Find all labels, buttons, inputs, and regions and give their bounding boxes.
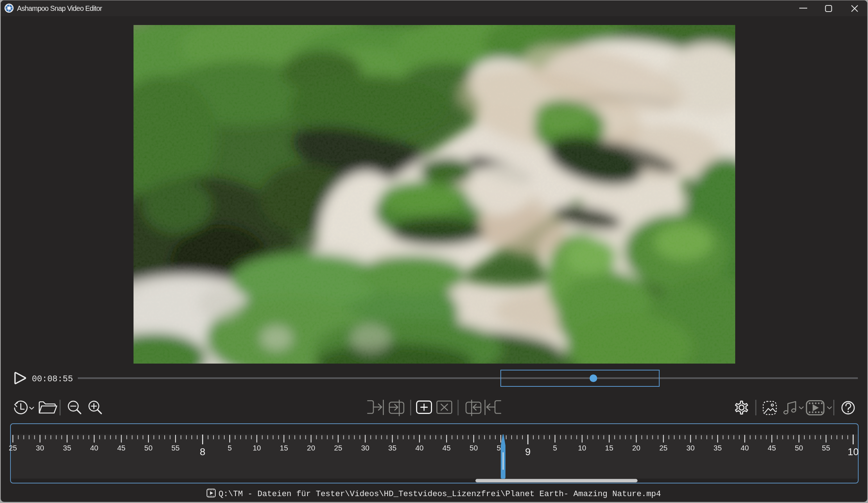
svg-text:10: 10 [253,444,261,452]
svg-text:30: 30 [36,444,44,452]
svg-text:5: 5 [553,444,557,452]
svg-text:15: 15 [280,444,288,452]
svg-text:25: 25 [659,444,668,452]
svg-text:35: 35 [714,444,722,452]
svg-text:10: 10 [848,446,859,457]
svg-text:45: 45 [117,444,126,452]
svg-text:9: 9 [525,446,530,457]
svg-text:00:08:55: 00:08:55 [32,374,73,384]
svg-text:30: 30 [686,444,695,452]
svg-text:Q:\TM - Dateien für Tester\Vid: Q:\TM - Dateien für Tester\Videos\HD_Tes… [219,489,661,499]
svg-text:45: 45 [443,444,451,452]
svg-text:40: 40 [90,444,98,452]
svg-text:50: 50 [795,444,803,452]
svg-text:10: 10 [578,444,586,452]
svg-text:30: 30 [361,444,369,452]
svg-text:5: 5 [228,444,232,452]
svg-text:50: 50 [144,444,153,452]
svg-text:20: 20 [307,444,315,452]
svg-text:50: 50 [470,444,478,452]
svg-text:45: 45 [768,444,776,452]
svg-text:25: 25 [9,444,17,452]
svg-text:40: 40 [741,444,749,452]
svg-text:Ashampoo Snap Video Editor: Ashampoo Snap Video Editor [17,4,102,12]
svg-text:25: 25 [334,444,342,452]
svg-text:35: 35 [63,444,71,452]
svg-text:55: 55 [172,444,180,452]
svg-text:40: 40 [415,444,424,452]
svg-text:8: 8 [200,446,205,457]
svg-text:15: 15 [605,444,613,452]
svg-text:20: 20 [632,444,640,452]
svg-text:35: 35 [388,444,397,452]
svg-text:55: 55 [822,444,830,452]
